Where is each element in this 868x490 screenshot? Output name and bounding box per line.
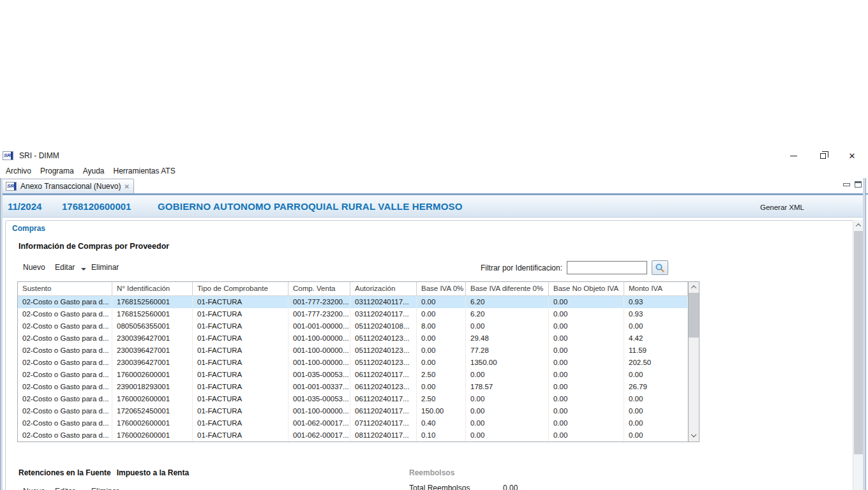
table-cell: 061120240117... [350, 405, 417, 417]
table-row[interactable]: 02-Costo o Gasto para d...17600026000010… [18, 417, 688, 429]
table-row[interactable]: 02-Costo o Gasto para d...08050563550010… [18, 320, 688, 332]
table-scrollbar[interactable] [688, 282, 699, 442]
table-cell: 0.00 [624, 393, 688, 405]
table-cell: 001-777-23200... [288, 308, 350, 320]
chevron-up-icon [691, 285, 696, 290]
editar-dropdown-icon[interactable] [81, 268, 86, 271]
page-scrollbar[interactable] [853, 220, 863, 490]
table-cell: 01-FACTURA [193, 417, 288, 429]
table-cell: 8.00 [417, 320, 466, 332]
filter-input[interactable] [567, 261, 647, 274]
table-cell: 0.00 [549, 429, 624, 442]
minimize-view-icon[interactable] [843, 183, 850, 186]
table-cell: 001-035-00053... [288, 369, 350, 381]
table-cell: 02-Costo o Gasto para d... [18, 393, 112, 405]
table-cell: 0.00 [549, 369, 624, 381]
scrollbar-thumb[interactable] [689, 293, 699, 338]
column-header[interactable]: Base IVA diferente 0% [466, 282, 549, 295]
compras-panel: Compras Información de Compras por Prove… [5, 220, 855, 490]
table-cell: 178.57 [466, 381, 549, 393]
chevron-up-icon [856, 223, 861, 228]
table-cell: 061120240117... [350, 393, 417, 405]
search-button[interactable] [652, 260, 668, 275]
table-cell: 031120240117... [350, 296, 417, 308]
retenciones-nuevo-button[interactable]: Nuevo [23, 487, 45, 490]
column-header[interactable]: Tipo de Comprobante [193, 282, 288, 295]
table-cell: 02-Costo o Gasto para d... [18, 429, 112, 442]
editar-button[interactable]: Editar [55, 263, 75, 272]
table-cell: 0.00 [549, 357, 624, 369]
menu-ayuda[interactable]: Ayuda [79, 165, 109, 178]
column-header[interactable]: Sustento [18, 282, 112, 295]
table-row[interactable]: 02-Costo o Gasto para d...17600026000010… [18, 429, 688, 442]
table-cell: 2300396427001 [112, 357, 193, 369]
table-row[interactable]: 02-Costo o Gasto para d...17681525600010… [18, 308, 688, 320]
table-cell: 02-Costo o Gasto para d... [18, 320, 112, 332]
column-header[interactable]: Base IVA 0% [417, 282, 466, 295]
table-cell: 01-FACTURA [193, 320, 288, 332]
column-header[interactable]: Autorización [350, 282, 417, 295]
table-cell: 2300396427001 [112, 345, 193, 357]
column-header[interactable]: Base No Objeto IVA [549, 282, 624, 295]
close-icon: ✕ [849, 152, 856, 160]
retenciones-editar-button[interactable]: Editar [55, 487, 75, 490]
table-cell: 0.00 [417, 332, 466, 345]
nuevo-button[interactable]: Nuevo [23, 263, 45, 272]
table-cell: 01-FACTURA [193, 357, 288, 369]
generar-xml-link[interactable]: Generar XML [760, 204, 804, 211]
table-cell: 02-Costo o Gasto para d... [18, 381, 112, 393]
page-scrollbar-thumb[interactable] [854, 231, 863, 454]
compras-subtitle: Información de Compras por Proveedor [19, 242, 169, 251]
app-window: SRi SRI - DIMM ✕ Archivo Programa Ayuda … [0, 149, 868, 490]
menu-herramientas-ats[interactable]: Herramientas ATS [109, 165, 180, 178]
retenciones-eliminar-button[interactable]: Eliminar [91, 487, 119, 490]
column-header[interactable]: Monto IVA [624, 282, 688, 295]
title-bar: SRi SRI - DIMM ✕ [0, 149, 868, 163]
table-cell: 0.00 [466, 417, 549, 429]
restore-icon [820, 153, 826, 159]
page-scroll-up-button[interactable] [853, 220, 864, 230]
total-reembolsos-label: Total Reembolsos [409, 484, 470, 490]
table-cell: 02-Costo o Gasto para d... [18, 332, 112, 345]
table-body: 02-Costo o Gasto para d...17681525600010… [18, 296, 688, 442]
table-row[interactable]: 02-Costo o Gasto para d...23003964270010… [18, 332, 688, 345]
table-cell: 0.00 [549, 296, 624, 308]
table-row[interactable]: 02-Costo o Gasto para d...17600026000010… [18, 393, 688, 405]
minimize-button[interactable] [779, 149, 808, 163]
table-row[interactable]: 02-Costo o Gasto para d...17681525600010… [18, 296, 688, 308]
table-row[interactable]: 02-Costo o Gasto para d...17600026000010… [18, 369, 688, 381]
table-cell: 0.00 [624, 405, 688, 417]
column-header[interactable]: Comp. Venta [288, 282, 350, 295]
table-row[interactable]: 02-Costo o Gasto para d...23003964270010… [18, 357, 688, 369]
table-cell: 01-FACTURA [193, 332, 288, 345]
table-cell: 02-Costo o Gasto para d... [18, 417, 112, 429]
maximize-view-icon[interactable] [855, 181, 862, 188]
table-cell: 0.00 [624, 320, 688, 332]
table-cell: 1350.00 [466, 357, 549, 369]
table-row[interactable]: 02-Costo o Gasto para d...23900182930010… [18, 381, 688, 393]
scroll-up-button[interactable] [689, 282, 699, 292]
column-header[interactable]: N° Identificación [112, 282, 193, 295]
menu-archivo[interactable]: Archivo [1, 165, 36, 178]
reembolsos-section-title: Reembolsos [409, 468, 454, 477]
table-cell: 2.50 [417, 393, 466, 405]
table-cell: 0.40 [417, 417, 466, 429]
table-cell: 77.28 [466, 345, 549, 357]
close-button[interactable]: ✕ [837, 149, 867, 163]
table-row[interactable]: 02-Costo o Gasto para d...23003964270010… [18, 345, 688, 357]
table-cell: 0.00 [417, 381, 466, 393]
table-cell: 2.50 [417, 369, 466, 381]
table-row[interactable]: 02-Costo o Gasto para d...17206524500010… [18, 405, 688, 417]
restore-button[interactable] [808, 149, 837, 163]
table-cell: 1720652450001 [112, 405, 193, 417]
eliminar-button[interactable]: Eliminar [91, 263, 119, 272]
table-cell: 0.00 [466, 429, 549, 442]
tab-close-icon[interactable]: ✕ [124, 183, 130, 190]
scroll-down-button[interactable] [689, 431, 699, 442]
table-cell: 061120240123... [350, 381, 417, 393]
window-frame-left [0, 178, 3, 490]
window-title: SRI - DIMM [19, 151, 59, 160]
tab-bar: SRi Anexo Transaccional (Nuevo) ✕ [0, 178, 868, 195]
menu-programa[interactable]: Programa [36, 165, 79, 178]
tab-anexo-transaccional[interactable]: SRi Anexo Transaccional (Nuevo) ✕ [1, 179, 134, 193]
